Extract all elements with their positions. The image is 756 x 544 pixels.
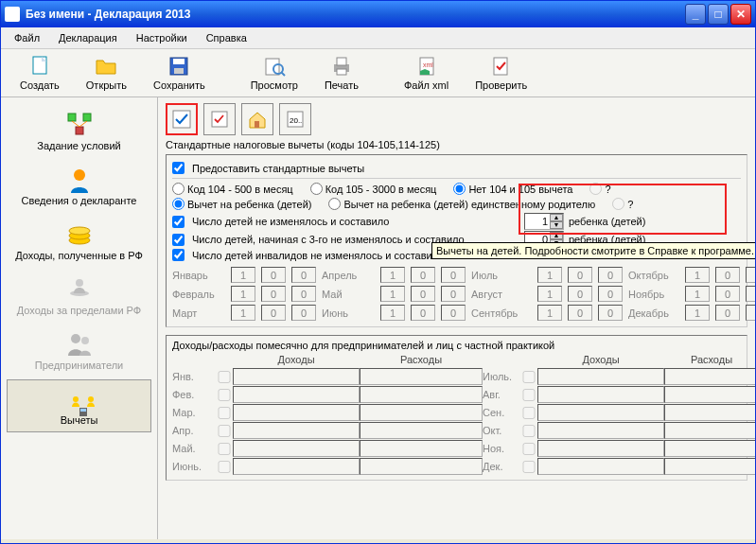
sidebar-item-deductions[interactable]: Вычеты xyxy=(7,379,151,432)
sidebar-item-income-abroad: Доходы за пределами РФ xyxy=(7,270,151,323)
section-title: Стандартные налоговые вычеты (коды 104-1… xyxy=(166,139,747,150)
svg-rect-0 xyxy=(33,57,46,74)
svg-point-28 xyxy=(88,396,94,402)
income-expense-panel: Доходы/расходы помесячно для предпринима… xyxy=(166,335,747,481)
svg-text:20..: 20.. xyxy=(290,116,302,125)
maximize-button[interactable]: □ xyxy=(708,4,729,25)
child-single-parent-radio[interactable] xyxy=(328,198,341,210)
svg-rect-16 xyxy=(76,127,83,134)
svg-rect-4 xyxy=(174,68,184,74)
child-deduction-radio[interactable] xyxy=(172,198,185,210)
sidebar-item-entrepreneurs: Предприниматели xyxy=(7,325,151,377)
sidebar: Задание условий Сведения о декларанте До… xyxy=(1,97,158,539)
close-button[interactable]: ✕ xyxy=(730,4,751,25)
menu-declaration[interactable]: Декларация xyxy=(51,30,125,45)
no-104-105-radio[interactable] xyxy=(453,183,466,195)
sidebar-item-declarant[interactable]: Сведения о декларанте xyxy=(7,160,151,213)
tab-social-deductions[interactable] xyxy=(203,103,236,135)
income-expense-title: Доходы/расходы помесячно для предпринима… xyxy=(172,340,741,351)
svg-point-19 xyxy=(74,169,85,181)
svg-point-25 xyxy=(71,334,80,343)
minimize-button[interactable]: _ xyxy=(685,4,706,25)
tab-property-deductions[interactable] xyxy=(241,103,273,135)
svg-rect-10 xyxy=(337,69,346,75)
svg-rect-9 xyxy=(337,58,346,65)
toolbar: Создать Открыть Сохранить Просмотр Печат… xyxy=(1,49,755,97)
svg-rect-5 xyxy=(266,59,279,75)
menu-help[interactable]: Справка xyxy=(199,30,255,45)
svg-rect-13 xyxy=(494,58,507,75)
svg-rect-30 xyxy=(80,409,86,412)
preview-button[interactable]: Просмотр xyxy=(237,53,311,93)
xml-button[interactable]: xmlФайл xml xyxy=(391,53,462,93)
svg-text:xml: xml xyxy=(423,61,433,68)
svg-rect-33 xyxy=(255,121,259,128)
svg-rect-3 xyxy=(173,59,185,64)
sidebar-item-conditions[interactable]: Задание условий xyxy=(7,105,151,158)
children-count-constant-checkbox[interactable] xyxy=(172,216,185,228)
svg-point-22 xyxy=(69,227,90,235)
main-panel: 20.. Стандартные налоговые вычеты (коды … xyxy=(158,97,755,539)
children-from3-constant-checkbox[interactable] xyxy=(172,234,185,246)
provide-deductions-checkbox[interactable] xyxy=(172,162,185,174)
print-button[interactable]: Печать xyxy=(311,53,372,93)
children-disabled-constant-checkbox[interactable] xyxy=(172,249,185,261)
svg-point-24 xyxy=(76,279,83,287)
tab-losses[interactable]: 20.. xyxy=(279,103,311,135)
code-105-radio[interactable] xyxy=(310,183,323,195)
highlight-box xyxy=(519,184,727,235)
create-button[interactable]: Создать xyxy=(7,53,73,93)
menubar: Файл Декларация Настройки Справка xyxy=(1,27,755,49)
check-button[interactable]: Проверить xyxy=(462,53,540,93)
code-104-radio[interactable] xyxy=(172,183,185,195)
tab-standard-deductions[interactable] xyxy=(166,103,198,135)
svg-rect-14 xyxy=(68,114,76,121)
month-grid: Январь Апрель Июль Октябрь Февраль Май А… xyxy=(172,267,741,321)
svg-rect-15 xyxy=(83,114,91,121)
menu-file[interactable]: Файл xyxy=(7,30,47,45)
svg-line-18 xyxy=(79,121,87,127)
tooltip: Вычеты на детей. Подробности смотрите в … xyxy=(431,242,755,259)
svg-line-17 xyxy=(72,121,79,127)
svg-point-26 xyxy=(81,337,89,344)
save-button[interactable]: Сохранить xyxy=(140,53,219,93)
app-icon xyxy=(5,7,20,22)
svg-point-27 xyxy=(73,396,79,402)
window-title: Без имени - Декларация 2013 xyxy=(26,8,685,21)
sidebar-item-income-rf[interactable]: Доходы, полученные в РФ xyxy=(7,215,151,268)
menu-settings[interactable]: Настройки xyxy=(129,30,195,45)
titlebar: Без имени - Декларация 2013 _ □ ✕ xyxy=(1,1,755,27)
open-button[interactable]: Открыть xyxy=(73,53,140,93)
svg-line-7 xyxy=(281,72,285,76)
svg-rect-31 xyxy=(173,111,190,128)
